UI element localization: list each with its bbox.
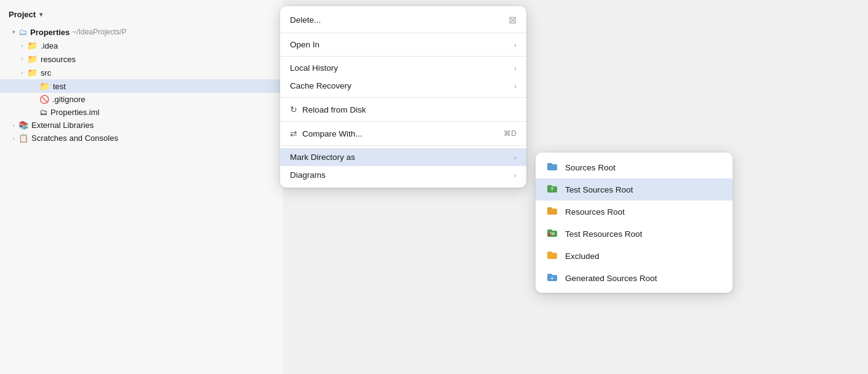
tree-label-src: src — [41, 68, 51, 78]
chevron-right-icon-mark-directory: › — [514, 154, 516, 161]
sources-root-icon — [545, 161, 559, 173]
tree-arrow-external-libs: › — [9, 122, 18, 129]
chevron-right-icon-cache-recovery: › — [514, 82, 516, 90]
excluded-label: Excluded — [565, 252, 600, 261]
folder-icon-resources: 📁 — [27, 54, 38, 64]
tree-item-properties-iml[interactable]: › 🗂 Properties.iml — [0, 106, 283, 119]
test-sources-root-icon: T — [545, 183, 559, 196]
reload-icon: ↻ — [290, 105, 297, 114]
tree-item-src[interactable]: › 📁 src — [0, 66, 283, 79]
project-panel: Project ▾ ▾ 🗂 Properties ~/IdeaProjects/… — [0, 0, 283, 374]
local-history-label: Local History — [290, 63, 338, 73]
mark-directory-label: Mark Directory as — [290, 153, 355, 162]
divider-4 — [280, 121, 526, 122]
panel-title: Project — [9, 10, 36, 19]
divider-3 — [280, 97, 526, 98]
menu-item-local-history[interactable]: Local History › — [280, 59, 526, 77]
chevron-right-icon-local-history: › — [514, 65, 516, 72]
tree-label-gitignore: .gitignore — [52, 95, 85, 104]
tree-arrow-resources: › — [17, 56, 27, 62]
compare-label: Compare With... — [302, 129, 363, 138]
submenu-item-test-sources-root[interactable]: T Test Sources Root — [536, 178, 733, 201]
delete-icon: ⊠ — [508, 14, 516, 26]
file-icon-gitignore: 🚫 — [39, 95, 49, 104]
submenu-item-excluded[interactable]: Excluded — [536, 245, 733, 267]
compare-shortcut: ⌘D — [504, 129, 516, 138]
tree-label-properties: Properties — [30, 28, 70, 37]
test-sources-root-label: Test Sources Root — [565, 185, 633, 194]
resources-root-icon — [545, 205, 559, 218]
svg-rect-6 — [547, 207, 552, 210]
tree-item-idea[interactable]: › 📁 .idea — [0, 39, 283, 52]
tree-item-external-libs[interactable]: › 📚 External Libraries — [0, 119, 283, 132]
panel-header[interactable]: Project ▾ — [0, 6, 283, 25]
tree-label-test: test — [53, 82, 66, 91]
folder-icon-src: 📁 — [27, 68, 38, 78]
tree-label-iml: Properties.iml — [50, 108, 99, 117]
tree-label-resources: resources — [41, 55, 76, 64]
menu-item-open-in[interactable]: Open In › — [280, 36, 526, 54]
tree-arrow-properties: ▾ — [9, 29, 18, 35]
tree-secondary-properties: ~/IdeaProjects/P — [72, 28, 126, 36]
menu-item-reload[interactable]: ↻ Reload from Disk — [280, 100, 526, 119]
menu-item-diagrams[interactable]: Diagrams › — [280, 166, 526, 184]
tree-label-scratches: Scratches and Consoles — [31, 133, 118, 143]
tree-arrow-scratches: › — [9, 135, 18, 141]
chevron-right-icon-diagrams: › — [514, 172, 516, 179]
resources-root-label: Resources Root — [565, 207, 625, 217]
tree-item-properties[interactable]: ▾ 🗂 Properties ~/IdeaProjects/P — [0, 25, 283, 39]
tree-item-resources[interactable]: › 📁 resources — [0, 52, 283, 66]
test-resources-root-label: Test Resources Root — [565, 229, 642, 239]
divider-2 — [280, 56, 526, 57]
submenu-item-resources-root[interactable]: Resources Root — [536, 201, 733, 223]
tree-arrow-idea: › — [17, 42, 27, 49]
submenu-item-sources-root[interactable]: Sources Root — [536, 156, 733, 178]
folder-icon-properties: 🗂 — [18, 27, 27, 37]
compare-icon: ⇄ — [290, 129, 297, 138]
cache-recovery-label: Cache Recovery — [290, 81, 352, 90]
tree-label-idea: .idea — [41, 41, 58, 50]
svg-rect-1 — [547, 163, 552, 165]
generated-sources-root-label: Generated Sources Root — [565, 274, 657, 283]
svg-text:TR: TR — [550, 232, 555, 236]
delete-label: Delete... — [290, 15, 321, 25]
submenu-item-generated-sources-root[interactable]: ✦ Generated Sources Root — [536, 267, 733, 289]
reload-label: Reload from Disk — [302, 105, 366, 114]
svg-text:✦: ✦ — [550, 276, 554, 280]
tree-label-external-libs: External Libraries — [31, 121, 94, 130]
test-resources-root-icon: TR — [545, 228, 559, 240]
divider-5 — [280, 145, 526, 146]
menu-item-mark-directory[interactable]: Mark Directory as › — [280, 148, 526, 166]
svg-text:T: T — [551, 187, 554, 191]
submenu-item-test-resources-root[interactable]: TR Test Resources Root — [536, 223, 733, 245]
menu-item-compare[interactable]: ⇄ Compare With... ⌘D — [280, 124, 526, 143]
tree-item-gitignore[interactable]: › 🚫 .gitignore — [0, 93, 283, 106]
icon-scratches: 📋 — [18, 133, 28, 143]
open-in-label: Open In — [290, 40, 319, 49]
sources-root-label: Sources Root — [565, 163, 616, 172]
tree-item-scratches[interactable]: › 📋 Scratches and Consoles — [0, 132, 283, 145]
chevron-down-icon: ▾ — [39, 11, 42, 18]
folder-icon-idea: 📁 — [27, 41, 38, 50]
excluded-icon — [545, 250, 559, 262]
context-menu: Delete... ⊠ Open In › Local History › Ca… — [280, 6, 526, 188]
folder-icon-test: 📁 — [39, 81, 50, 91]
tree-arrow-src: › — [17, 70, 27, 76]
tree-item-test[interactable]: › 📁 test — [0, 79, 283, 93]
svg-rect-12 — [547, 252, 552, 254]
generated-sources-root-icon: ✦ — [545, 272, 559, 284]
file-icon-iml: 🗂 — [39, 108, 47, 117]
diagrams-label: Diagrams — [290, 170, 326, 180]
divider-1 — [280, 33, 526, 33]
submenu-mark-directory: Sources Root T Test Sources Root Resourc… — [536, 153, 733, 293]
icon-external-libs: 📚 — [18, 121, 28, 130]
menu-item-cache-recovery[interactable]: Cache Recovery › — [280, 77, 526, 95]
chevron-right-icon-open-in: › — [514, 41, 516, 49]
menu-item-delete[interactable]: Delete... ⊠ — [280, 10, 526, 30]
